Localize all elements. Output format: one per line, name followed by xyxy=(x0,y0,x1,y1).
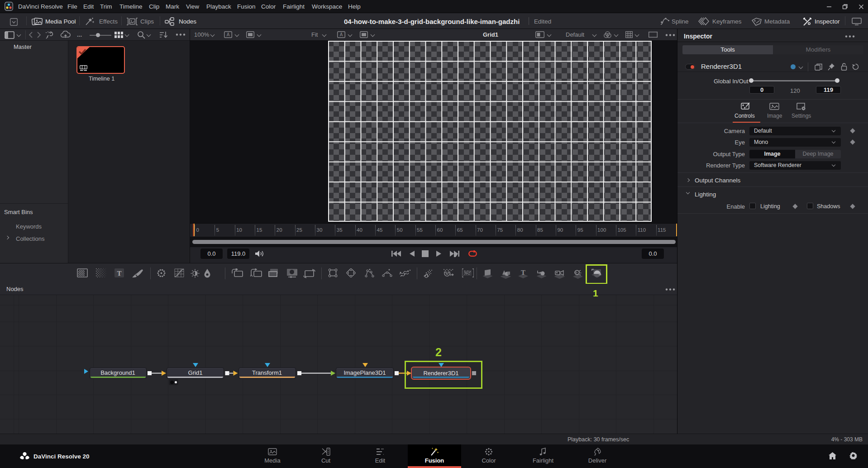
svg-text:T: T xyxy=(521,269,525,276)
svg-text:T: T xyxy=(117,270,121,277)
svg-text:A: A xyxy=(340,32,343,37)
svg-text:A: A xyxy=(227,32,230,37)
